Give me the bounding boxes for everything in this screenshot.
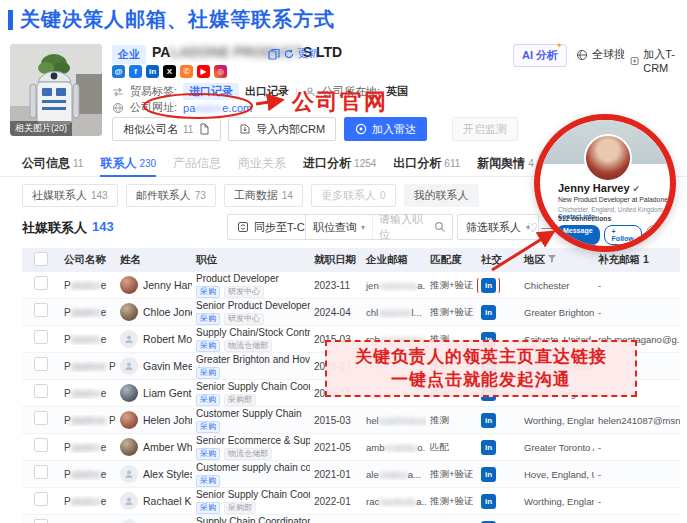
tab-产品信息[interactable]: 产品信息 bbox=[173, 150, 221, 176]
linkedin-icon[interactable]: in bbox=[481, 467, 496, 482]
text-blurred: nyharvey bbox=[379, 280, 418, 291]
cell-match-level: 推测+验证 bbox=[426, 306, 477, 319]
cell-position: Customer supply chain coordinator采购 bbox=[192, 462, 310, 487]
row-checkbox[interactable] bbox=[34, 492, 48, 506]
tab-出口分析[interactable]: 出口分析611 bbox=[393, 150, 460, 176]
tab-联系人[interactable]: 联系人230 bbox=[100, 150, 156, 176]
more-button[interactable]: More bbox=[646, 225, 676, 245]
contact-name-text: Jenny Harvey bbox=[143, 279, 192, 291]
trade-tag-icon bbox=[112, 86, 124, 98]
website-hidden: ladon bbox=[195, 102, 222, 114]
avatar bbox=[120, 465, 138, 483]
tab-公司信息[interactable]: 公司信息11 bbox=[22, 150, 83, 176]
chip-更多联系人[interactable]: 更多联系人0 bbox=[311, 184, 396, 207]
company-website-link[interactable]: paladone.com bbox=[183, 102, 252, 114]
chip-count: 73 bbox=[195, 190, 206, 201]
text-visible-prefix: P bbox=[64, 388, 71, 399]
import-crm-button[interactable]: 导入内部CRM bbox=[228, 117, 336, 141]
row-checkbox[interactable] bbox=[34, 303, 48, 317]
export-record-tag[interactable]: 出口记录 bbox=[245, 84, 289, 99]
tab-count: 230 bbox=[139, 158, 156, 169]
company-name-prefix: PA bbox=[152, 44, 170, 60]
search-icon[interactable] bbox=[434, 221, 446, 233]
select-all-checkbox[interactable] bbox=[34, 252, 48, 266]
row-checkbox[interactable] bbox=[34, 276, 48, 290]
linkedin-icon[interactable]: in bbox=[146, 65, 159, 78]
position-search-input[interactable]: 请输入职位 bbox=[373, 212, 434, 242]
row-checkbox[interactable] bbox=[34, 465, 48, 479]
tag-采购: 采购 bbox=[196, 367, 220, 379]
cell-contact-name: Jenny Harvey bbox=[116, 276, 192, 294]
follow-button[interactable]: + Follow bbox=[604, 225, 642, 245]
chip-工商数据[interactable]: 工商数据14 bbox=[224, 184, 303, 207]
phone-icon[interactable]: ✆ bbox=[180, 65, 193, 78]
import-record-tag[interactable]: 进口记录 bbox=[183, 83, 239, 100]
linkedin-connections[interactable]: 512 connections bbox=[558, 215, 611, 222]
cell-match-level: 推测 bbox=[426, 414, 477, 427]
text-visible-suffix: e bbox=[101, 442, 107, 453]
refresh-update-button[interactable]: 更新 bbox=[284, 46, 319, 61]
profile-name-text: Jenny Harvey bbox=[558, 182, 630, 194]
position-title: Senior Supply Chain Coordinator bbox=[196, 489, 306, 501]
chip-社媒联系人[interactable]: 社媒联系人143 bbox=[22, 184, 118, 207]
global-search-button[interactable]: 全球搜 bbox=[576, 47, 625, 62]
row-checkbox[interactable] bbox=[34, 411, 48, 425]
chip-label: 我的联系人 bbox=[414, 188, 469, 203]
x-icon[interactable]: X bbox=[163, 65, 176, 78]
monitor-button[interactable]: 开启监测 bbox=[452, 117, 518, 141]
annotation-line1: 关键负责人的领英主页直达链接 bbox=[355, 346, 607, 368]
funnel-icon[interactable] bbox=[548, 255, 556, 263]
chip-我的联系人[interactable]: 我的联系人 bbox=[404, 184, 479, 207]
avatar bbox=[120, 411, 138, 429]
refresh-icon bbox=[284, 49, 294, 59]
linkedin-icon[interactable]: in bbox=[481, 278, 496, 293]
add-radar-button[interactable]: 加入雷达 bbox=[344, 117, 427, 141]
tab-商业关系[interactable]: 商业关系 bbox=[238, 150, 286, 176]
facebook-icon[interactable]: f bbox=[129, 65, 142, 78]
join-tcrm-button[interactable]: 加入T-CRM bbox=[630, 47, 687, 74]
company-name-masked: Paladone bbox=[64, 334, 106, 345]
text-visible-suffix: e bbox=[101, 496, 107, 507]
table-row: PaladoneAmber WhittySenior Ecommerce & S… bbox=[22, 434, 680, 461]
text-visible-suffix: a... bbox=[416, 496, 426, 507]
tab-label: 联系人 bbox=[100, 155, 136, 172]
header-label: 姓名 bbox=[120, 253, 141, 265]
row-checkbox[interactable] bbox=[34, 357, 48, 371]
text-visible-suffix: l... bbox=[411, 307, 421, 318]
cell-contact-name: Amber Whitty bbox=[116, 438, 192, 456]
photo-caption[interactable]: 相关图片(20) bbox=[10, 121, 72, 136]
youtube-icon[interactable]: ▶ bbox=[197, 65, 210, 78]
table-row: PaladoneChloe JonesSenior Product Develo… bbox=[22, 299, 680, 326]
row-checkbox[interactable] bbox=[34, 519, 48, 523]
row-checkbox[interactable] bbox=[34, 384, 48, 398]
person-icon bbox=[124, 496, 134, 506]
position-tags: 采购研发中心 bbox=[196, 286, 306, 298]
linkedin-icon[interactable]: in bbox=[481, 413, 496, 428]
linkedin-profile-name: Jenny Harvey ✔ bbox=[558, 182, 640, 194]
tab-进口分析[interactable]: 进口分析1254 bbox=[303, 150, 376, 176]
company-photo[interactable]: 相关图片(20) bbox=[10, 44, 102, 136]
contact-name-text: Amber Whitty bbox=[143, 441, 192, 453]
chip-邮件联系人[interactable]: 邮件联系人73 bbox=[126, 184, 216, 207]
row-checkbox[interactable] bbox=[34, 438, 48, 452]
similar-company-button[interactable]: 相似公司名 11 bbox=[112, 117, 221, 141]
linkedin-icon[interactable]: in bbox=[481, 440, 496, 455]
header-label: 就职日期 bbox=[314, 253, 356, 265]
join-tcrm-label: 加入T-CRM bbox=[643, 47, 687, 74]
text-visible-prefix: P bbox=[64, 469, 71, 480]
row-checkbox[interactable] bbox=[34, 330, 48, 344]
instagram-icon[interactable]: ◎ bbox=[214, 65, 227, 78]
text-blurred: aladon bbox=[71, 334, 101, 345]
message-button[interactable]: Message bbox=[556, 225, 600, 245]
linkedin-icon[interactable]: in bbox=[481, 305, 496, 320]
web-icon[interactable]: @ bbox=[112, 65, 125, 78]
copy-icon[interactable] bbox=[268, 46, 280, 64]
text-blurred: enjohnstone bbox=[379, 415, 426, 426]
tab-新闻舆情[interactable]: 新闻舆情4 bbox=[477, 150, 534, 176]
cell-region: Worthing, England,... bbox=[520, 496, 594, 507]
position-query-dropdown[interactable]: 职位查询 ▾ bbox=[306, 215, 373, 239]
position-title: Customer Supply Chain bbox=[196, 408, 306, 420]
cell-contact-name: Alex Styles bbox=[116, 465, 192, 483]
linkedin-icon[interactable]: in bbox=[481, 494, 496, 509]
email-masked: helenjohnstones... bbox=[366, 415, 426, 426]
